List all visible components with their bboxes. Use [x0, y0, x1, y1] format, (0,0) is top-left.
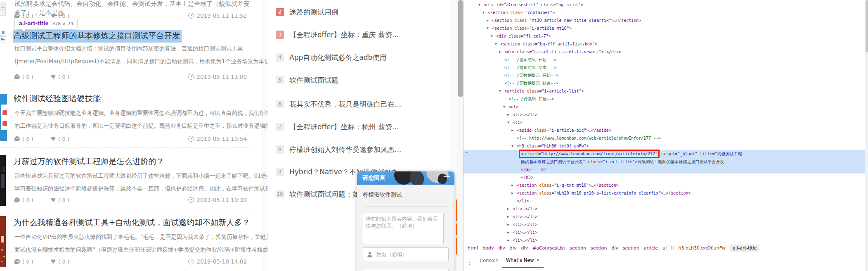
breadcrumb-item[interactable]: html — [468, 245, 478, 251]
devtools-tree-row[interactable]: ▶<section class="i-q-txt mt10">…</sectio… — [464, 181, 865, 189]
comment-icon — [14, 13, 20, 18]
ranking-item[interactable]: 6我其实不优秀，我只是明确自己在... — [276, 99, 401, 109]
devtools-tree-row[interactable]: ▶<li>…</li> — [464, 221, 865, 228]
ranking-item[interactable]: 5软件测试面试题 — [276, 75, 338, 85]
breadcrumb-item[interactable]: div — [510, 245, 517, 251]
devtools-tree-row[interactable]: ▶<div class="c-s-dl-li c-s-dl-li-newatc"… — [464, 48, 865, 56]
twisty-icon[interactable]: ▼ — [491, 32, 496, 40]
drawer-menu-icon[interactable]: ⋮ — [464, 253, 476, 271]
devtools-tree-row[interactable]: ▼<div id="aCoursesList" class="bg-fa of"… — [464, 1, 865, 9]
brand-name: 柠檬班软件测试 — [363, 191, 402, 199]
drawer-tab-console[interactable]: Console — [476, 253, 502, 268]
share-icon[interactable] — [0, 29, 6, 36]
ranking-item[interactable]: 7【全程班offer】坐标：杭州 薪资... — [276, 122, 399, 132]
devtools-tree-row[interactable]: ▼<ul> — [464, 103, 865, 111]
devtools-tree-row[interactable]: ▶<li>…</li> — [464, 228, 865, 236]
devtools-tree-row[interactable]: </li> — [464, 197, 865, 205]
message-textarea[interactable] — [363, 213, 444, 244]
ranking-item[interactable]: 2迷路的测试用例 — [276, 7, 338, 17]
article-thumbnail[interactable] — [0, 216, 6, 267]
breadcrumb-item[interactable]: li — [671, 245, 674, 251]
twisty-icon[interactable]: ▶ — [507, 228, 513, 236]
twisty-icon[interactable]: ▼ — [487, 24, 492, 32]
breadcrumb-item[interactable]: section — [623, 245, 639, 251]
devtools-tree-row[interactable]: <!-- /搜索结果 结束 --> — [464, 64, 865, 71]
devtools-tree-row[interactable]: </h3> — [464, 174, 865, 181]
devtools-tree-row[interactable]: <!-- /搜索结果 开始 --> — [464, 56, 865, 64]
twisty-icon[interactable]: ▶ — [507, 111, 513, 119]
ranking-item-label: 软件测试面试题 — [289, 76, 338, 85]
twisty-icon[interactable]: ▶ — [507, 205, 513, 213]
breadcrumb-item[interactable]: ul — [662, 245, 667, 251]
devtools-tree-row[interactable]: ▶<aside class="i-article-pic">…</aside> — [464, 126, 865, 134]
twisty-icon[interactable]: ▼ — [503, 103, 509, 111]
devtools-tree-row[interactable]: ▶<li>…</li> — [464, 213, 865, 221]
article-thumbnail[interactable] — [0, 94, 7, 141]
breadcrumb-item[interactable]: a.i-art-title — [730, 245, 759, 252]
devtools-tree-row[interactable]: ▼<div class="fl col-7"> — [464, 32, 865, 40]
rank-badge: 8 — [276, 145, 284, 154]
name-input[interactable] — [376, 251, 448, 258]
comment-count[interactable]: ( 0 ) — [14, 74, 33, 80]
twisty-icon[interactable]: ▶ — [507, 213, 513, 221]
minimize-button[interactable]: — — [443, 172, 450, 181]
breadcrumb-item[interactable]: div — [612, 245, 619, 251]
like-count[interactable]: ♥( 0 ) — [51, 136, 69, 142]
twisty-icon[interactable]: ▼ — [507, 119, 513, 126]
article-thumbnail[interactable] — [0, 155, 6, 206]
comment-count[interactable]: ( 0 ) — [14, 197, 33, 203]
devtools-tree-row[interactable]: ▼<h3 class="hLh30 txtOf unFw"> — [464, 142, 865, 150]
breadcrumb-item[interactable]: div — [521, 245, 528, 251]
twisty-icon[interactable]: ▶ — [511, 181, 517, 189]
twisty-icon[interactable]: ▶ — [499, 48, 504, 56]
article-title[interactable]: 为什么我精通各种测试工具+自动化测试，面试邀约却不如新人多？ — [14, 217, 250, 228]
breadcrumb-item[interactable]: article — [644, 245, 658, 251]
devtools-tree-row[interactable]: ▶<section class="hLh20 mt10 pr10 a-list-… — [464, 189, 865, 197]
devtools-tree-row[interactable]: ▼<section class="i-article mt10"> — [464, 24, 865, 32]
drawer-tab-what-s-new[interactable]: What's New✕ — [502, 253, 544, 268]
devtools-tree-row[interactable]: <!-- /无数据提示 开始--> — [464, 71, 865, 79]
devtools-tree-row[interactable]: ▶<li>…</li> — [464, 111, 865, 119]
python-icon[interactable]: Py — [0, 36, 6, 43]
breadcrumb-item[interactable]: h3.hLh30.txtOf.unFw — [678, 245, 726, 251]
article-title[interactable]: 月薪过万的软件测试工程师是怎么进阶的？ — [14, 156, 164, 167]
comment-count[interactable]: ( 0 ) — [14, 136, 33, 142]
devtools-tree-row[interactable]: <!-- /资讯列 开始--> — [464, 95, 865, 103]
close-icon[interactable]: ✕ — [537, 258, 540, 262]
devtools-tree-row[interactable]: ▶<section class="mt30 article-new-title … — [464, 17, 865, 24]
page-scrollbar-thumb[interactable] — [458, 0, 463, 97]
devtools-tree-row[interactable]: ▼<section class="bg-fff artil-list-box"> — [464, 40, 865, 48]
like-count[interactable]: ♥( 0 ) — [51, 197, 69, 203]
breadcrumb-item[interactable]: body — [482, 245, 494, 251]
devtools-tree-row[interactable]: ▼<article class="i-article-list"> — [464, 87, 865, 95]
devtools-tree-row[interactable]: ▼<section class="container"> — [464, 9, 865, 17]
article-excerpt: 那些快速成为月薪过万的软件测试工程师大致都经历了这些跨越，下面就和小编一起来了解… — [14, 169, 252, 195]
devtools-tree-row[interactable]: ▶<li>…</li> — [464, 205, 865, 213]
devtools-tree-row[interactable]: ▼<li> — [464, 119, 865, 126]
twisty-icon[interactable]: ▶ — [511, 189, 517, 197]
ranking-item[interactable]: 8柠檬班创始人刘伶华受邀参加凤凰... — [276, 145, 401, 155]
devtools-tree-row[interactable]: <!-- /无数据提示 结束--> — [464, 79, 865, 87]
twisty-icon[interactable]: ▼ — [478, 1, 484, 9]
devtools-scrollbar-thumb[interactable] — [866, 0, 868, 52]
twisty-icon[interactable]: ▼ — [482, 9, 488, 17]
comment-count[interactable]: ( 0 ) — [14, 259, 33, 265]
breadcrumb-item[interactable]: div — [498, 245, 505, 251]
twisty-icon[interactable]: ▼ — [495, 40, 500, 48]
article-title-highlighted[interactable]: 高级测试工程师的基本修炼之接口测试平台开发 — [13, 30, 182, 43]
twisty-icon[interactable]: ▶ — [511, 126, 517, 134]
article-title[interactable]: 软件测试经验图谱硬技能 — [14, 93, 101, 104]
like-count[interactable]: ♥( 0 ) — [51, 74, 69, 80]
devtools-tree-row[interactable]: <!-- http://www.lemonban.com/web/article… — [464, 134, 865, 142]
breadcrumb-item[interactable]: #aCoursesList — [532, 245, 565, 251]
breadcrumb-item[interactable]: section — [570, 245, 586, 251]
twisty-icon[interactable]: ▶ — [487, 17, 492, 24]
ranking-item[interactable]: 4App自动化测试必备之adb使用 — [276, 52, 386, 62]
ranking-item[interactable]: 3【全程班offer】坐标：重庆 薪资... — [276, 30, 399, 40]
twisty-icon[interactable]: ▶ — [507, 221, 513, 228]
twisty-icon[interactable]: ▼ — [511, 142, 517, 150]
twisty-icon[interactable]: ▼ — [499, 87, 504, 95]
breadcrumb-item[interactable]: section — [591, 245, 607, 251]
devtools-selected-node[interactable]: ⋯<a href="http://www.lemonban.com/front/… — [464, 150, 865, 174]
like-count[interactable]: ♥( 0 ) — [51, 259, 69, 265]
